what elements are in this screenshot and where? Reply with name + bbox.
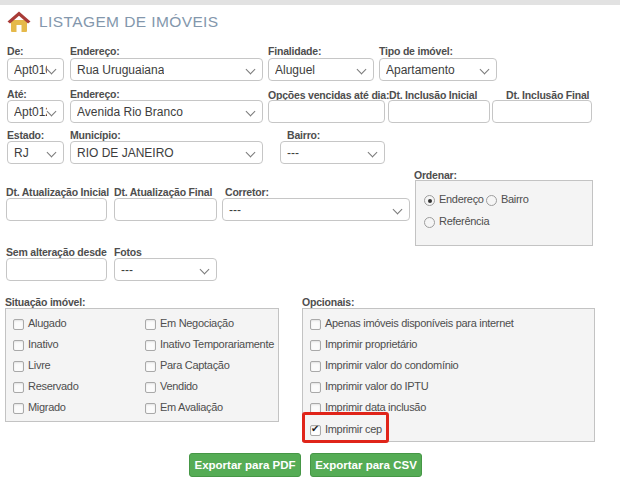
fotos-label: Fotos [114, 246, 142, 258]
chevron-down-icon [47, 65, 57, 75]
checkbox-imprimir-data-inclusao-label: Imprimir data inclusão [325, 401, 426, 413]
radio-ordenar-bairro-label: Bairro [501, 193, 529, 205]
dt-atualizacao-inicial-label: Dt. Atualização Inicial [6, 186, 109, 198]
tipo-imovel-select[interactable]: Apartamento [379, 58, 497, 81]
radio-ordenar-referencia-label: Referência [439, 215, 489, 227]
checkbox-imprimir-valor-condominio-label: Imprimir valor do condomínio [325, 359, 458, 371]
checkbox-livre-label: Livre [28, 359, 50, 371]
checkbox-imprimir-proprietario-label: Imprimir proprietário [325, 338, 417, 350]
checkbox-em-avaliacao[interactable] [145, 403, 156, 414]
checkbox-livre[interactable] [13, 361, 24, 372]
chevron-down-icon [357, 65, 367, 75]
radio-ordenar-referencia[interactable] [424, 217, 435, 228]
situacao-imovel-label: Situação imóvel: [5, 296, 85, 308]
estado-select[interactable]: RJ [7, 141, 64, 164]
page-title: LISTAGEM DE IMÓVEIS [39, 13, 219, 31]
de-select[interactable]: Apt010 [7, 58, 64, 81]
municipio-select[interactable]: RIO DE JANEIRO [70, 141, 263, 164]
checkbox-reservado[interactable] [13, 382, 24, 393]
ate-select-value: Apt012 [14, 105, 47, 119]
finalidade-select-value: Aluguel [275, 63, 315, 77]
checkbox-imprimir-cep-label: Imprimir cep [325, 423, 382, 435]
checkbox-alugado-label: Alugado [28, 317, 66, 329]
radio-ordenar-bairro[interactable] [486, 195, 497, 206]
opcoes-vencidas-input[interactable] [268, 100, 385, 123]
checkbox-imprimir-valor-iptu[interactable] [310, 382, 321, 393]
bairro-select[interactable]: --- [280, 141, 385, 164]
ordenar-group-box [415, 180, 593, 246]
chevron-down-icon [47, 148, 57, 158]
chevron-down-icon [393, 205, 403, 215]
ate-label: Até: [7, 88, 27, 100]
corretor-label: Corretor: [225, 186, 269, 198]
checkbox-inativo-temporariamente[interactable] [145, 340, 156, 351]
exportar-pdf-button[interactable]: Exportar para PDF [189, 453, 301, 477]
dt-inclusao-final-input[interactable] [492, 100, 592, 123]
checkbox-migrado-label: Migrado [28, 401, 66, 413]
checkbox-vendido[interactable] [145, 382, 156, 393]
checkbox-em-negociacao[interactable] [145, 319, 156, 330]
checkbox-inativo-label: Inativo [28, 338, 58, 350]
checkbox-imprimir-valor-iptu-label: Imprimir valor do IPTU [325, 380, 428, 392]
checkbox-apenas-imoveis-internet-label: Apenas imóveis disponíveis para internet [325, 317, 514, 329]
corretor-select[interactable]: --- [222, 198, 410, 221]
municipio-label: Município: [70, 129, 121, 141]
fotos-select[interactable]: --- [114, 258, 217, 281]
chevron-down-icon [246, 65, 256, 75]
ate-select[interactable]: Apt012 [7, 100, 64, 123]
checkbox-apenas-imoveis-internet[interactable] [310, 319, 321, 330]
municipio-select-value: RIO DE JANEIRO [77, 146, 174, 160]
checkbox-imprimir-valor-condominio[interactable] [310, 361, 321, 372]
checkbox-alugado[interactable] [13, 319, 24, 330]
estado-label: Estado: [7, 129, 44, 141]
chevron-down-icon [246, 148, 256, 158]
opcionais-label: Opcionais: [302, 296, 354, 308]
checkbox-para-captacao[interactable] [145, 361, 156, 372]
de-select-value: Apt010 [14, 63, 47, 77]
sem-alteracao-input[interactable] [6, 258, 107, 281]
chevron-down-icon [246, 107, 256, 117]
fotos-select-value: --- [121, 263, 133, 277]
bairro-label: Bairro: [287, 129, 320, 141]
dt-atualizacao-final-label: Dt. Atualização Final [114, 186, 212, 198]
estado-select-value: RJ [14, 146, 29, 160]
checkbox-migrado[interactable] [13, 403, 24, 414]
dt-atualizacao-final-input[interactable] [114, 198, 217, 221]
page-header: LISTAGEM DE IMÓVEIS [7, 11, 219, 33]
checkbox-inativo[interactable] [13, 340, 24, 351]
dt-inclusao-inicial-input[interactable] [388, 100, 490, 123]
chevron-down-icon [47, 107, 57, 117]
checkbox-inativo-temporariamente-label: Inativo Temporariamente [160, 338, 274, 350]
exportar-csv-button[interactable]: Exportar para CSV [310, 453, 422, 477]
endereco1-label: Endereço: [70, 45, 120, 57]
de-label: De: [7, 45, 23, 57]
radio-ordenar-endereco-label: Endereço [439, 193, 484, 205]
tipo-imovel-select-value: Apartamento [386, 63, 455, 77]
tipo-imovel-label: Tipo de imóvel: [379, 45, 453, 57]
checkbox-vendido-label: Vendido [160, 380, 198, 392]
endereco1-select-value: Rua Uruguaiana [77, 63, 164, 77]
dt-atualizacao-inicial-input[interactable] [6, 198, 107, 221]
chevron-down-icon [368, 148, 378, 158]
checkbox-em-avaliacao-label: Em Avaliação [160, 401, 223, 413]
checkbox-para-captacao-label: Para Captação [160, 359, 229, 371]
chevron-down-icon [200, 265, 210, 275]
endereco2-label: Endereço: [70, 88, 120, 100]
top-divider [0, 0, 620, 5]
checkbox-reservado-label: Reservado [28, 380, 79, 392]
checkbox-imprimir-proprietario[interactable] [310, 340, 321, 351]
chevron-down-icon [480, 65, 490, 75]
bairro-select-value: --- [287, 146, 299, 160]
sem-alteracao-label: Sem alteração desde [6, 246, 107, 258]
finalidade-select[interactable]: Aluguel [268, 58, 374, 81]
corretor-select-value: --- [229, 203, 241, 217]
checkbox-imprimir-data-inclusao[interactable] [310, 403, 321, 414]
endereco1-select[interactable]: Rua Uruguaiana [70, 58, 263, 81]
endereco2-select[interactable]: Avenida Rio Branco [70, 100, 263, 123]
home-icon [7, 11, 31, 33]
radio-ordenar-endereco[interactable] [424, 195, 435, 206]
checkbox-em-negociacao-label: Em Negociação [160, 317, 234, 329]
endereco2-select-value: Avenida Rio Branco [77, 105, 183, 119]
finalidade-label: Finalidade: [268, 45, 321, 57]
checkbox-imprimir-cep[interactable] [310, 425, 321, 436]
